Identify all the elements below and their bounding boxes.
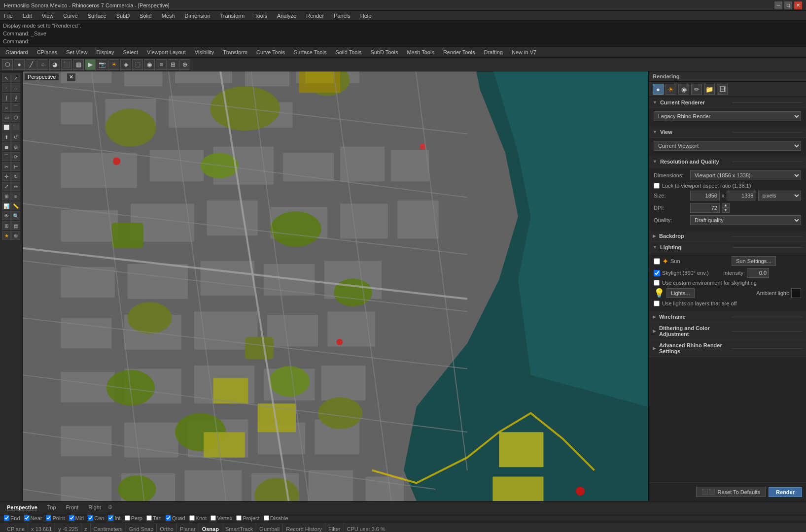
menu-item-surface[interactable]: Surface — [86, 13, 108, 19]
point-tool-icon[interactable]: · — [2, 83, 11, 92]
material-tab-icon[interactable]: ✏ — [691, 84, 702, 95]
osnap-item-near[interactable]: Near — [24, 515, 42, 521]
toolbar-tab-curve-tools[interactable]: Curve Tools — [252, 48, 289, 56]
polygon-tool-icon[interactable]: ⬡ — [11, 113, 20, 122]
select-icon[interactable]: ⬡ — [2, 59, 13, 70]
menu-item-panels[interactable]: Panels — [332, 13, 352, 19]
render-icon[interactable]: ▶ — [85, 59, 96, 70]
circle-icon[interactable]: ○ — [37, 59, 48, 70]
resolution-section[interactable]: ▼ Resolution and Quality — [649, 156, 806, 167]
filter-btn[interactable]: Filter — [325, 523, 344, 532]
camera-icon[interactable]: 📷 — [97, 59, 107, 70]
ambient-color-swatch[interactable] — [791, 288, 801, 298]
maximize-button[interactable]: □ — [784, 1, 792, 9]
gumball-btn[interactable]: Gumball — [256, 523, 283, 532]
use-lights-checkbox[interactable] — [654, 300, 660, 306]
minimize-button[interactable]: ─ — [774, 1, 782, 9]
env-tab-icon[interactable]: ◉ — [678, 84, 689, 95]
nurbs-icon[interactable]: ⬛ — [11, 123, 20, 132]
viewport-close-icon[interactable]: ✕ — [67, 73, 75, 81]
menu-item-tools[interactable]: Tools — [252, 13, 269, 19]
dpi-down-btn[interactable]: ▼ — [722, 208, 730, 213]
lights-button[interactable]: Lights... — [666, 288, 695, 298]
smarttrack-btn[interactable]: SmartTrack — [222, 523, 256, 532]
osnap-item-end[interactable]: End — [4, 515, 20, 521]
texture-tab-icon[interactable]: 📁 — [704, 84, 715, 95]
surface-icon[interactable]: ⬜ — [2, 123, 11, 132]
osnap-item-project[interactable]: Project — [236, 515, 259, 521]
osnap-checkbox-knot[interactable] — [189, 515, 195, 521]
curve-tool-icon[interactable]: ∫ — [2, 93, 11, 102]
view-section[interactable]: ▼ View — [649, 127, 806, 138]
toolbar-tab-display[interactable]: Display — [92, 48, 118, 56]
backdrop-section[interactable]: ▶ Backdrop — [649, 231, 806, 242]
dimensions-select[interactable]: Viewport (1856 x 1338) — [690, 170, 801, 180]
select-sub-icon[interactable]: ↗ — [11, 73, 20, 82]
analysis-icon[interactable]: 📊 — [2, 201, 11, 210]
object-snap-icon[interactable]: ★ — [2, 231, 11, 240]
wireframe-section[interactable]: ▶ Wireframe — [649, 311, 806, 323]
trim-icon[interactable]: ✂ — [2, 162, 11, 171]
osnap-checkbox-tan[interactable] — [146, 515, 152, 521]
rect-tool-icon[interactable]: ▭ — [2, 113, 11, 122]
right-tab[interactable]: Right — [85, 503, 104, 511]
width-input[interactable]: 1856 — [690, 191, 720, 200]
osnap-item-int[interactable]: Int — [108, 515, 120, 521]
post-tab-icon[interactable]: 🎞 — [717, 84, 728, 95]
point-sub-icon[interactable]: ∴ — [11, 83, 20, 92]
texture-icon[interactable]: ⬚ — [132, 59, 143, 70]
advanced-section[interactable]: ▶ Advanced Rhino Render Settings — [649, 340, 806, 357]
environment-icon[interactable]: ◉ — [144, 59, 155, 70]
menu-item-edit[interactable]: Edit — [21, 13, 34, 19]
sun-checkbox[interactable] — [654, 258, 660, 265]
osnap-item-point[interactable]: Point — [46, 515, 65, 521]
line-icon[interactable]: ╱ — [26, 59, 36, 70]
solid-icon[interactable]: ◼ — [2, 142, 11, 151]
sun-settings-button[interactable]: Sun Settings... — [732, 256, 776, 266]
toolbar-tab-drafting[interactable]: Drafting — [480, 48, 507, 56]
osnap-btn[interactable]: Osnap — [199, 523, 222, 532]
osnap-item-vertex[interactable]: Vertex — [210, 515, 232, 521]
viewport[interactable]: Perspective ✕ — [23, 71, 648, 501]
toolbar-tab-solid-tools[interactable]: Solid Tools — [331, 48, 365, 56]
toolbar-tab-visibility[interactable]: Visibility — [191, 48, 218, 56]
menu-item-mesh[interactable]: Mesh — [160, 13, 177, 19]
record-history-btn[interactable]: Record History — [283, 523, 325, 532]
view-icon[interactable]: 👁 — [2, 211, 11, 220]
sun-icon[interactable]: ☀ — [108, 59, 119, 70]
align-icon[interactable]: ≡ — [11, 192, 20, 200]
dithering-section[interactable]: ▶ Dithering and Color Adjustment — [649, 323, 806, 340]
planar-btn[interactable]: Planar — [177, 523, 199, 532]
circle-tool-icon[interactable]: ○ — [2, 103, 11, 112]
osnap-checkbox-perp[interactable] — [125, 515, 130, 521]
toolbar-tab-new-in-v7[interactable]: New in V7 — [508, 48, 540, 56]
mirror-icon[interactable]: ⇔ — [11, 182, 20, 191]
menu-item-analyze[interactable]: Analyze — [275, 13, 298, 19]
lighting-section[interactable]: ▼ Lighting — [649, 242, 806, 253]
menu-item-render[interactable]: Render — [304, 13, 326, 19]
revolve-icon[interactable]: ↺ — [11, 133, 20, 141]
extrude-tool-icon[interactable]: ⬆ — [2, 133, 11, 141]
perspective-tab[interactable]: Perspective — [4, 503, 40, 511]
layer-panel-icon[interactable]: ▤ — [11, 221, 20, 230]
osnap-checkbox-cen[interactable] — [88, 515, 93, 521]
menu-item-help[interactable]: Help — [358, 13, 374, 19]
osnap-checkbox-near[interactable] — [24, 515, 30, 521]
select-tool-icon[interactable]: ↖ — [2, 73, 11, 82]
material-icon[interactable]: ◈ — [120, 59, 131, 70]
extrude-icon[interactable]: ⬛ — [61, 59, 72, 70]
view-select[interactable]: Current Viewport — [654, 141, 801, 151]
curve-sub-icon[interactable]: ∮ — [11, 93, 20, 102]
top-tab[interactable]: Top — [44, 503, 59, 511]
scale-icon[interactable]: ⤢ — [2, 182, 11, 191]
sphere-icon[interactable]: ◕ — [49, 59, 60, 70]
front-tab[interactable]: Front — [63, 503, 82, 511]
osnap-checkbox-end[interactable] — [4, 515, 9, 521]
move-icon[interactable]: ✛ — [2, 172, 11, 181]
toolbar-tab-cplanes[interactable]: CPlanes — [33, 48, 62, 56]
menu-item-file[interactable]: File — [2, 13, 15, 19]
osnap-item-perp[interactable]: Perp — [125, 515, 142, 521]
toolbar-tab-mesh-tools[interactable]: Mesh Tools — [403, 48, 438, 56]
skylight-checkbox[interactable] — [654, 270, 660, 276]
osnap-checkbox-int[interactable] — [108, 515, 113, 521]
